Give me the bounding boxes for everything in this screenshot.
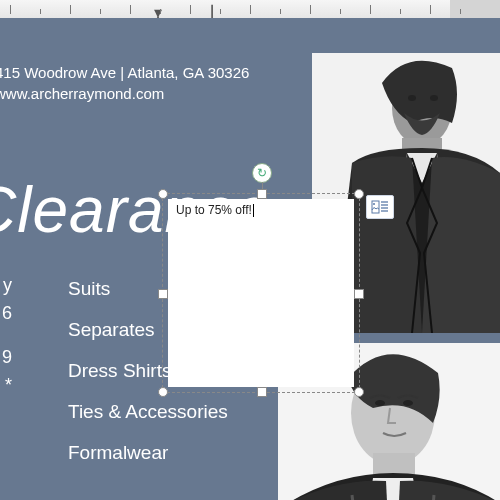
resize-handle-se[interactable] <box>354 387 364 397</box>
list-item[interactable]: Ties & Accessories <box>68 391 228 432</box>
layout-options-button[interactable] <box>366 195 394 219</box>
resize-handle-sw[interactable] <box>158 387 168 397</box>
resize-handle-nw[interactable] <box>158 189 168 199</box>
svg-rect-10 <box>372 201 379 213</box>
svg-point-9 <box>403 400 413 406</box>
ruler-right-margin <box>450 0 500 18</box>
rotate-handle-icon[interactable]: ↻ <box>252 163 272 183</box>
horizontal-ruler[interactable]: ▾ ▴ ⌊ <box>0 0 500 19</box>
text-box-selected[interactable]: Up to 75% off! ↻ <box>162 193 360 393</box>
list-item[interactable]: Formalwear <box>68 432 228 473</box>
svg-point-8 <box>375 400 385 406</box>
text-caret <box>253 204 254 217</box>
resize-handle-n[interactable] <box>257 189 267 199</box>
resize-handle-s[interactable] <box>257 387 267 397</box>
svg-point-4 <box>430 95 438 101</box>
text-box-fill[interactable]: Up to 75% off! <box>168 199 354 387</box>
svg-point-11 <box>373 203 375 205</box>
layout-options-icon <box>371 200 389 214</box>
website-line[interactable]: www.archerraymond.com <box>0 85 164 102</box>
resize-handle-e[interactable] <box>354 289 364 299</box>
svg-point-3 <box>408 95 416 101</box>
text-box-content[interactable]: Up to 75% off! <box>176 203 254 217</box>
document-canvas[interactable]: 415 Woodrow Ave | Atlanta, GA 30326 www.… <box>0 18 500 500</box>
resize-handle-ne[interactable] <box>354 189 364 199</box>
resize-handle-w[interactable] <box>158 289 168 299</box>
tab-stop-icon[interactable]: ⌊ <box>210 2 218 12</box>
left-cut-text: y 6 9 * <box>0 271 12 399</box>
address-line[interactable]: 415 Woodrow Ave | Atlanta, GA 30326 <box>0 64 249 81</box>
